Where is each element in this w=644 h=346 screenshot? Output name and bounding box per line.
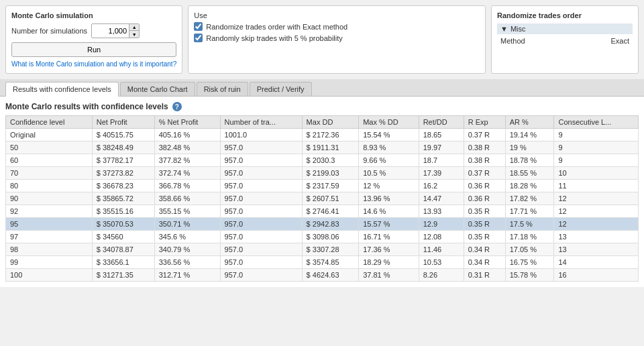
table-cell: 405.16 % — [154, 129, 220, 141]
table-cell: 13.93 — [419, 205, 464, 218]
table-cell: 372.74 % — [154, 167, 220, 180]
col-r-exp: R Exp — [464, 116, 505, 129]
table-cell: 0.34 R — [464, 256, 505, 269]
table-cell: 18.65 — [419, 129, 464, 141]
table-cell: 8.26 — [419, 269, 464, 282]
table-cell: $ 3307.28 — [302, 243, 359, 256]
table-cell: $ 35515.16 — [92, 205, 154, 218]
table-cell: 17.39 — [419, 167, 464, 180]
table-cell: 11 — [554, 180, 639, 192]
table-cell: 0.31 R — [464, 269, 505, 282]
run-button[interactable]: Run — [11, 42, 176, 57]
table-cell: 340.79 % — [154, 243, 220, 256]
table-cell: 19.97 — [419, 141, 464, 154]
table-cell: 0.36 R — [464, 180, 505, 192]
table-row[interactable]: 99$ 33656.1336.56 %957.0$ 3574.8518.29 %… — [6, 256, 639, 269]
tab-ruin[interactable]: Risk of ruin — [197, 82, 248, 96]
table-cell: 98 — [6, 243, 93, 256]
table-cell: $ 40515.75 — [92, 129, 154, 141]
table-cell: $ 37782.17 — [92, 154, 154, 167]
table-cell: $ 34560 — [92, 231, 154, 243]
table-cell: 366.78 % — [154, 180, 220, 192]
num-simulations-input[interactable] — [92, 26, 129, 36]
table-cell: 345.6 % — [154, 231, 220, 243]
table-cell: 17.05 % — [505, 243, 554, 256]
table-cell: 92 — [6, 205, 93, 218]
misc-header[interactable]: ▼ Misc — [497, 23, 633, 34]
table-row[interactable]: 100$ 31271.35312.71 %957.0$ 4624.6337.81… — [6, 269, 639, 282]
table-row[interactable]: 97$ 34560345.6 %957.0$ 3098.0616.71 %12.… — [6, 231, 639, 243]
table-cell: 12 % — [359, 180, 419, 192]
table-cell: 10.53 — [419, 256, 464, 269]
table-row[interactable]: 98$ 34078.87340.79 %957.0$ 3307.2817.36 … — [6, 243, 639, 256]
table-cell: 957.0 — [220, 269, 302, 282]
tab-chart[interactable]: Monte Carlo Chart — [120, 82, 195, 96]
table-cell: 15.78 % — [505, 269, 554, 282]
num-simulations-input-wrap: ▲ ▼ — [91, 23, 140, 38]
table-cell: 0.38 R — [464, 141, 505, 154]
table-cell: 957.0 — [220, 218, 302, 231]
info-link[interactable]: What is Monte Carlo simulation and why i… — [11, 60, 176, 68]
col-consec-l: Consecutive L... — [554, 116, 639, 129]
table-cell: 10 — [554, 167, 639, 180]
skip-trades-checkbox[interactable] — [194, 34, 203, 42]
table-row[interactable]: 60$ 37782.17377.82 %957.0$ 2030.39.66 %1… — [6, 154, 639, 167]
spinner-up-button[interactable]: ▲ — [129, 24, 139, 31]
col-net-profit: Net Profit — [92, 116, 154, 129]
table-cell: 16.71 % — [359, 231, 419, 243]
col-confidence: Confidence level — [6, 116, 93, 129]
spinner-down-button[interactable]: ▼ — [129, 31, 139, 38]
table-row[interactable]: 90$ 35865.72358.66 %957.0$ 2607.5113.96 … — [6, 192, 639, 205]
table-cell: 12.9 — [419, 218, 464, 231]
table-cell: 957.0 — [220, 256, 302, 269]
table-cell: 11.46 — [419, 243, 464, 256]
table-cell: $ 2199.03 — [302, 167, 359, 180]
sim-panel: Monte Carlo simulation Number for simula… — [5, 5, 182, 74]
spinner-buttons: ▲ ▼ — [129, 24, 139, 38]
table-cell: 9 — [554, 129, 639, 141]
use-label: Use — [194, 11, 480, 19]
table-row[interactable]: 50$ 38248.49382.48 %957.0$ 1911.318.93 %… — [6, 141, 639, 154]
table-cell: $ 2607.51 — [302, 192, 359, 205]
help-icon[interactable]: ? — [172, 102, 182, 111]
table-cell: 312.71 % — [154, 269, 220, 282]
table-row[interactable]: 80$ 36678.23366.78 %957.0$ 2317.5912 %16… — [6, 180, 639, 192]
table-cell: 14.47 — [419, 192, 464, 205]
table-cell: 15.57 % — [359, 218, 419, 231]
misc-table: Method Exact — [497, 36, 633, 46]
table-cell: 15.54 % — [359, 129, 419, 141]
col-max-pct-dd: Max % DD — [359, 116, 419, 129]
col-ar-pct: AR % — [505, 116, 554, 129]
table-cell: 957.0 — [220, 243, 302, 256]
table-cell: 13 — [554, 231, 639, 243]
col-max-dd: Max DD — [302, 116, 359, 129]
table-cell: $ 4624.63 — [302, 269, 359, 282]
table-cell: 1001.0 — [220, 129, 302, 141]
table-cell: 17.36 % — [359, 243, 419, 256]
table-cell: 0.35 R — [464, 231, 505, 243]
table-cell: 957.0 — [220, 141, 302, 154]
randomize-checkbox[interactable] — [194, 22, 203, 31]
col-ret-dd: Ret/DD — [419, 116, 464, 129]
table-cell: 957.0 — [220, 180, 302, 192]
table-row[interactable]: 70$ 37273.82372.74 %957.0$ 2199.0310.5 %… — [6, 167, 639, 180]
sim-panel-title: Monte Carlo simulation — [11, 11, 176, 19]
table-cell: 9 — [554, 154, 639, 167]
tab-predict[interactable]: Predict / Verify — [250, 82, 312, 96]
rand-panel: Randomize trades order ▼ Misc Method Exa… — [491, 5, 639, 74]
col-num-trades: Number of tra... — [220, 116, 302, 129]
table-row[interactable]: Original$ 40515.75405.16 %1001.0$ 2172.3… — [6, 129, 639, 141]
table-cell: 16.75 % — [505, 256, 554, 269]
table-row[interactable]: 95$ 35070.53350.71 %957.0$ 2942.8315.57 … — [6, 218, 639, 231]
table-cell: 0.37 R — [464, 167, 505, 180]
table-cell: 16 — [554, 269, 639, 282]
table-cell: 358.66 % — [154, 192, 220, 205]
table-cell: $ 31271.35 — [92, 269, 154, 282]
table-cell: 9.66 % — [359, 154, 419, 167]
table-cell: 19 % — [505, 141, 554, 154]
method-value: Exact — [572, 36, 633, 46]
table-row[interactable]: 92$ 35515.16355.15 %957.0$ 2746.4114.6 %… — [6, 205, 639, 218]
tab-confidence[interactable]: Results with confidence levels — [5, 82, 119, 97]
table-cell: 14 — [554, 256, 639, 269]
table-cell: 957.0 — [220, 192, 302, 205]
